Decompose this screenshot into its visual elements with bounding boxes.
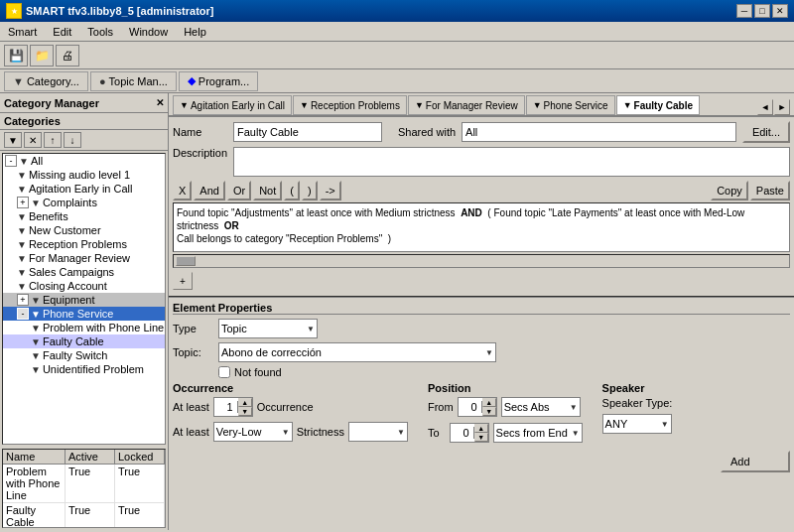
filter-toolbar-button[interactable]: ▼ xyxy=(4,132,22,148)
tab-phone-service[interactable]: ▼ Phone Service xyxy=(526,95,615,115)
print-button[interactable]: 🖨 xyxy=(56,45,79,66)
table-row[interactable]: Faulty Cable True True xyxy=(3,503,165,528)
close-button[interactable]: ✕ xyxy=(772,4,788,18)
tab-left-button[interactable]: ◄ xyxy=(757,99,773,115)
spinbox-up-button[interactable]: ▲ xyxy=(238,398,252,407)
name-row: Name Faulty Cable Shared with All Edit..… xyxy=(173,121,790,143)
tree-item-phone-service[interactable]: - ▼ Phone Service xyxy=(3,307,165,321)
speaker-type-dropdown[interactable]: ANY ▼ xyxy=(602,414,672,434)
expander-complaints[interactable]: + xyxy=(17,197,29,208)
description-input[interactable] xyxy=(233,147,790,177)
tree-item-problem-line[interactable]: ▼ Problem with Phone Line xyxy=(3,321,165,334)
topic-dropdown[interactable]: Abono de corrección ▼ xyxy=(218,342,496,362)
tree-item-sales[interactable]: ▼ Sales Campaigns xyxy=(3,265,165,279)
open-paren-button[interactable]: ( xyxy=(284,181,300,200)
copy-button[interactable]: Copy xyxy=(711,181,748,200)
minimize-button[interactable]: ─ xyxy=(736,4,752,18)
tree-item-reception[interactable]: ▼ Reception Problems xyxy=(3,237,165,251)
tree-item-closing[interactable]: ▼ Closing Account xyxy=(3,279,165,293)
shared-with-input[interactable]: All xyxy=(462,122,736,142)
tree-item-complaints[interactable]: + ▼ Complaints xyxy=(3,196,165,209)
open-button[interactable]: 📁 xyxy=(30,45,54,66)
not-found-checkbox[interactable] xyxy=(218,366,230,378)
tab-reception-problems[interactable]: ▼ Reception Problems xyxy=(293,95,407,115)
tree-item-faulty-switch[interactable]: ▼ Faulty Switch xyxy=(3,348,165,362)
tree-item-benefits[interactable]: ▼ Benefits xyxy=(3,209,165,223)
save-button[interactable]: 💾 xyxy=(4,45,28,66)
menu-tools[interactable]: Tools xyxy=(79,24,121,40)
edit-button[interactable]: Edit... xyxy=(742,121,790,143)
close-paren-button[interactable]: ) xyxy=(302,181,318,200)
panel-close-button[interactable]: ✕ xyxy=(156,97,164,108)
expander-phone[interactable]: - xyxy=(17,308,29,320)
tab-right-button[interactable]: ► xyxy=(774,99,790,115)
table-row[interactable]: Problem with Phone Line True True xyxy=(3,465,165,503)
tree-item-unidentified[interactable]: ▼ Unidentified Problem xyxy=(3,362,165,376)
from-unit-dropdown[interactable]: Secs Abs ▼ xyxy=(501,397,581,417)
strictness-unit-dropdown[interactable]: ▼ xyxy=(348,422,408,442)
tab-category[interactable]: ▼ Category... xyxy=(4,71,88,91)
occurrence-spinbox[interactable]: 1 ▲ ▼ xyxy=(213,397,253,417)
tab-faulty-cable[interactable]: ▼ Faulty Cable xyxy=(616,95,700,115)
tree-item-new-customer[interactable]: ▼ New Customer xyxy=(3,223,165,237)
menu-smart[interactable]: Smart xyxy=(0,24,45,40)
or-button[interactable]: Or xyxy=(227,181,251,200)
tree-item-all[interactable]: - ▼ All xyxy=(3,154,165,168)
strictness-dropdown[interactable]: Very-Low ▼ xyxy=(213,422,293,442)
and-button[interactable]: And xyxy=(194,181,225,200)
restore-button[interactable]: □ xyxy=(754,4,770,18)
to-unit-dropdown[interactable]: Secs from End ▼ xyxy=(493,423,583,443)
from-down-button[interactable]: ▼ xyxy=(482,407,496,416)
strictness-arrow: ▼ xyxy=(282,428,290,437)
menu-edit[interactable]: Edit xyxy=(45,24,79,40)
tree-item-faulty-cable[interactable]: ▼ Faulty Cable xyxy=(3,334,165,348)
tree-item-agitation[interactable]: ▼ Agitation Early in Call xyxy=(3,182,165,196)
at-least-label-1: At least xyxy=(173,401,209,413)
scroll-thumb-h[interactable] xyxy=(176,256,196,266)
tree-item-equipment[interactable]: + ▼ Equipment xyxy=(3,293,165,307)
tab-manager-review[interactable]: ▼ For Manager Review xyxy=(408,95,525,115)
menu-window[interactable]: Window xyxy=(121,24,176,40)
add-button-row: Add xyxy=(173,447,790,472)
tree-item-missing-audio[interactable]: ▼ Missing audio level 1 xyxy=(3,168,165,182)
expression-text: Found topic "Adjustments" at least once … xyxy=(177,207,744,244)
tab-program[interactable]: ◆ Program... xyxy=(179,71,258,91)
to-up-button[interactable]: ▲ xyxy=(474,424,488,433)
to-down-button[interactable]: ▼ xyxy=(474,433,488,442)
to-spinbox-arrows: ▲ ▼ xyxy=(474,424,488,442)
window-title: SMART tfv3.libby8_5 [administrator] xyxy=(26,5,213,17)
from-up-button[interactable]: ▲ xyxy=(482,398,496,407)
up-toolbar-button[interactable]: ↑ xyxy=(44,132,62,148)
filter-icon-agitation: ▼ xyxy=(17,184,27,195)
menu-help[interactable]: Help xyxy=(176,24,214,40)
filter-icon-unidentified: ▼ xyxy=(31,364,41,375)
x-button[interactable]: X xyxy=(173,181,192,200)
from-spinbox[interactable]: 0 ▲ ▼ xyxy=(458,397,497,417)
not-button[interactable]: Not xyxy=(253,181,282,200)
to-spinbox[interactable]: 0 ▲ ▼ xyxy=(450,423,489,443)
arrow-button[interactable]: -> xyxy=(320,181,341,200)
shared-with-label: Shared with xyxy=(398,126,456,138)
window-controls[interactable]: ─ □ ✕ xyxy=(736,4,788,18)
expander-all[interactable]: - xyxy=(5,155,17,167)
position-title: Position xyxy=(428,382,583,394)
description-row: Description xyxy=(173,147,790,177)
delete-toolbar-button[interactable]: ✕ xyxy=(24,132,42,148)
category-tree[interactable]: - ▼ All ▼ Missing audio level 1 ▼ Agitat… xyxy=(2,153,166,445)
to-value: 0 xyxy=(451,427,474,439)
horizontal-scrollbar[interactable] xyxy=(173,254,790,268)
from-spinbox-arrows: ▲ ▼ xyxy=(482,398,496,416)
type-dropdown[interactable]: Topic ▼ xyxy=(218,319,318,338)
down-toolbar-button[interactable]: ↓ xyxy=(64,132,81,148)
tab-agitation[interactable]: ▼ Agitation Early in Call xyxy=(173,95,292,115)
type-value: Topic xyxy=(221,323,247,334)
cell-active-1: True xyxy=(66,465,115,502)
add-element-button[interactable]: + xyxy=(173,272,193,290)
expander-equipment[interactable]: + xyxy=(17,294,29,306)
tree-item-manager[interactable]: ▼ For Manager Review xyxy=(3,251,165,265)
paste-button[interactable]: Paste xyxy=(750,181,790,200)
tab-topic[interactable]: ● Topic Man... xyxy=(90,71,177,91)
name-input[interactable]: Faulty Cable xyxy=(233,122,382,142)
spinbox-down-button[interactable]: ▼ xyxy=(238,407,252,416)
add-button[interactable]: Add xyxy=(721,451,790,472)
